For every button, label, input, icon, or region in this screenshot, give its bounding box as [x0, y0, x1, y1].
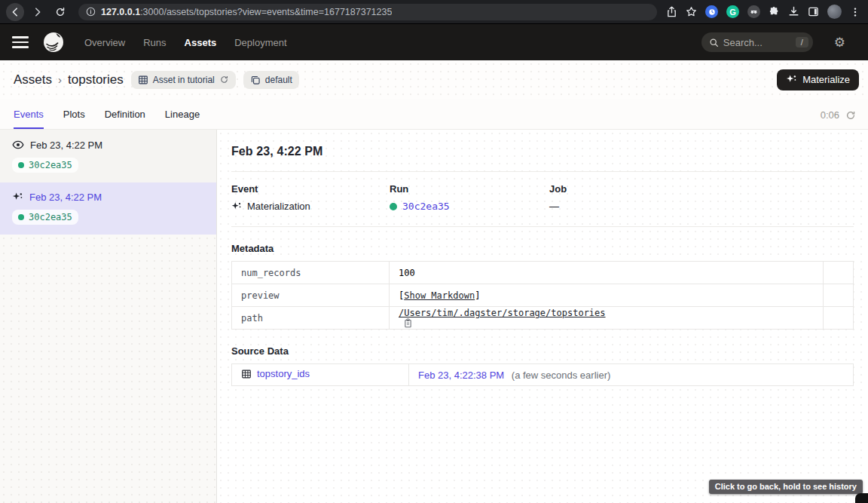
- metadata-value: 100: [390, 262, 824, 284]
- browser-reload-button[interactable]: [51, 3, 69, 21]
- event-timestamp: Feb 23, 4:22 PM: [29, 192, 102, 203]
- search-shortcut-key: /: [796, 37, 808, 48]
- nav-item-assets[interactable]: Assets: [177, 32, 225, 53]
- metadata-value: [Show Markdown]: [390, 284, 824, 307]
- browser-back-button[interactable]: [6, 3, 24, 21]
- tab-plots[interactable]: Plots: [63, 109, 85, 129]
- repo-badge[interactable]: default: [243, 71, 299, 89]
- downloads-icon[interactable]: [788, 6, 799, 17]
- table-row: topstory_ids Feb 23, 4:22:38 PM (a few s…: [232, 364, 854, 386]
- metadata-section-title: Metadata: [231, 243, 854, 254]
- event-timestamp: Feb 23, 4:22 PM: [30, 140, 102, 151]
- primary-nav: Overview Runs Assets Deployment: [77, 32, 295, 53]
- metadata-table: num_records 100 preview [Show Markdown] …: [231, 261, 854, 330]
- run-tag[interactable]: 30c2ea35: [12, 210, 78, 225]
- bookmark-star-icon[interactable]: [686, 6, 697, 17]
- goggles-extension-icon[interactable]: [747, 5, 760, 18]
- run-status-dot: [390, 203, 397, 210]
- tab-lineage[interactable]: Lineage: [165, 109, 200, 129]
- bracket-close: ]: [475, 290, 480, 301]
- dagster-logo[interactable]: [42, 31, 65, 54]
- gear-icon[interactable]: ⚙: [834, 36, 845, 49]
- metadata-key: preview: [232, 284, 390, 307]
- browser-forward-button[interactable]: [29, 3, 47, 21]
- materialization-sparkle-icon: [12, 192, 23, 203]
- run-tag[interactable]: 30c2ea35: [12, 158, 78, 173]
- breadcrumb: Assets › topstories: [14, 72, 124, 87]
- tab-definition[interactable]: Definition: [105, 109, 145, 129]
- materialize-button[interactable]: Materialize: [777, 69, 859, 90]
- metadata-key: num_records: [232, 262, 390, 284]
- tab-events[interactable]: Events: [14, 109, 44, 129]
- search-icon: [709, 38, 719, 48]
- table-grid-icon: [138, 75, 148, 85]
- extensions-puzzle-icon[interactable]: [769, 6, 780, 17]
- url-text[interactable]: 127.0.0.1:3000/assets/topstories?view=ev…: [101, 7, 392, 17]
- metadata-spacer-cell: [824, 307, 854, 330]
- table-grid-icon: [241, 369, 252, 379]
- run-column-label: Run: [390, 183, 549, 195]
- materialization-sparkle-icon: [231, 201, 242, 212]
- nav-item-deployment[interactable]: Deployment: [227, 32, 294, 53]
- back-arrow-icon: [10, 7, 20, 17]
- reload-icon: [55, 7, 66, 17]
- table-row: num_records 100: [232, 262, 854, 284]
- event-detail-panel: Feb 23, 4:22 PM Event Materialization Ru…: [217, 130, 868, 503]
- app-nav-bar: Overview Runs Assets Deployment Search..…: [0, 24, 868, 60]
- hamburger-menu-icon[interactable]: [12, 36, 29, 48]
- address-bar[interactable]: 127.0.0.1:3000/assets/topstories?view=ev…: [78, 4, 657, 20]
- asset-tabs: Events Plots Definition Lineage 0:06: [0, 99, 868, 129]
- metadata-value: /Users/tim/.dagster/storage/topstories: [390, 307, 824, 330]
- path-link[interactable]: /Users/tim/.dagster/storage/topstories: [399, 308, 606, 318]
- breadcrumb-asset-name[interactable]: topstories: [68, 72, 124, 87]
- event-type-value: Materialization: [231, 201, 390, 212]
- show-markdown-link[interactable]: Show Markdown: [404, 290, 475, 301]
- metadata-key: path: [232, 307, 390, 330]
- breadcrumb-assets-link[interactable]: Assets: [14, 72, 52, 87]
- table-row: path /Users/tim/.dagster/storage/topstor…: [232, 307, 854, 330]
- site-info-icon[interactable]: [86, 7, 96, 17]
- forward-arrow-icon: [32, 7, 43, 17]
- browser-toolbar: 127.0.0.1:3000/assets/topstories?view=ev…: [0, 0, 868, 24]
- source-event-time-link[interactable]: Feb 23, 4:22:38 PM: [418, 370, 504, 381]
- source-asset-link[interactable]: topstory_ids: [241, 368, 310, 379]
- events-view: Feb 23, 4:22 PM 30c2ea35 Feb 23, 4:22 PM…: [0, 129, 868, 503]
- event-list-item-materialization-selected[interactable]: Feb 23, 4:22 PM 30c2ea35: [0, 182, 216, 235]
- side-panel-icon[interactable]: [808, 6, 819, 17]
- event-summary-grid: Event Materialization Run 30c2ea35 Job —: [231, 183, 854, 212]
- nav-item-runs[interactable]: Runs: [136, 32, 173, 53]
- search-placeholder: Search...: [723, 37, 791, 48]
- event-list-item-observation[interactable]: Feb 23, 4:22 PM 30c2ea35: [0, 130, 216, 182]
- refresh-timer: 0:06: [821, 109, 856, 129]
- browser-profile-avatar[interactable]: [827, 5, 842, 19]
- search-input[interactable]: Search... /: [701, 32, 813, 52]
- event-list-sidebar: Feb 23, 4:22 PM 30c2ea35 Feb 23, 4:22 PM…: [0, 130, 217, 503]
- job-value: —: [549, 201, 559, 212]
- divider: [231, 171, 854, 172]
- source-asset-name: topstory_ids: [257, 368, 310, 379]
- copy-clipboard-icon[interactable]: [403, 318, 413, 328]
- run-id: 30c2ea35: [29, 160, 72, 170]
- source-data-table: topstory_ids Feb 23, 4:22:38 PM (a few s…: [231, 363, 854, 386]
- asset-group-badge[interactable]: Asset in tutorial: [131, 71, 236, 89]
- event-type-text: Materialization: [247, 201, 310, 212]
- run-status-dot: [18, 214, 24, 220]
- share-icon[interactable]: [666, 6, 677, 17]
- browser-menu-kebab-icon[interactable]: [850, 7, 860, 17]
- refresh-countdown: 0:06: [821, 109, 839, 121]
- grammarly-extension-icon[interactable]: G: [726, 5, 739, 18]
- browser-actions: G: [666, 5, 862, 19]
- event-detail-title: Feb 23, 4:22 PM: [231, 145, 854, 158]
- breadcrumb-separator: ›: [58, 73, 62, 86]
- clock-extension-icon[interactable]: [705, 5, 718, 18]
- nav-item-overview[interactable]: Overview: [77, 32, 133, 53]
- job-column-label: Job: [549, 183, 708, 195]
- event-column-label: Event: [231, 183, 390, 195]
- asset-page-header: Assets › topstories Asset in tutorial de…: [0, 60, 868, 99]
- reload-definitions-icon[interactable]: [219, 75, 229, 84]
- run-id-link[interactable]: 30c2ea35: [402, 201, 450, 212]
- browser-back-tooltip: Click to go back, hold to see history: [709, 480, 863, 494]
- refresh-icon[interactable]: [845, 110, 856, 121]
- run-status-dot: [18, 162, 24, 168]
- layers-copy-icon: [250, 75, 261, 85]
